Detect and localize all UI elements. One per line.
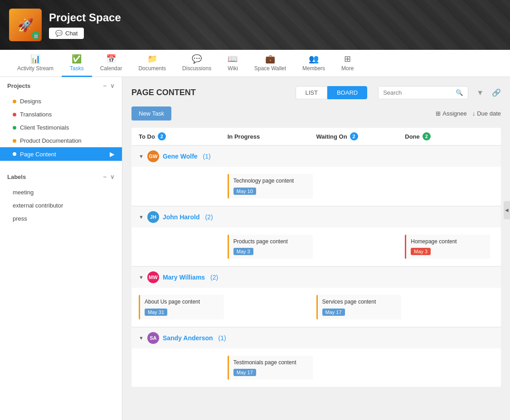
labels-chevron-icon[interactable]: ∨ [110,174,115,180]
wallet-icon: 💼 [265,54,275,64]
assignee-sandy-anderson[interactable]: ▼ SA Sandy Anderson (1) [131,327,501,348]
gene-wolfe-done-empty [405,172,494,200]
mary-williams-task-1[interactable]: About Us page content May 31 [139,295,224,319]
done-badge: 2 [423,132,431,140]
tasks-icon: ✅ [72,54,82,64]
mary-williams-task-2[interactable]: Services page content May 17 [316,295,402,319]
filter-icon[interactable]: ▼ [476,89,484,97]
col-waiting-on: Waiting On 2 [316,132,405,140]
mary-williams-avatar: MW [147,271,159,283]
mary-williams-task-1-title: About Us page content [145,299,219,306]
assignee-sort[interactable]: ⊞ Assignee [436,110,466,117]
board-view-button[interactable]: BOARD [327,86,367,99]
john-harold-name: John Harold [163,213,200,221]
john-harold-task-2[interactable]: Homepage content May 3 [405,235,490,259]
view-toggles: LIST BOARD [296,86,367,99]
gene-wolfe-chevron: ▼ [139,154,144,159]
wiki-icon: 📖 [228,54,238,64]
search-button[interactable]: 🔍 [451,87,468,99]
mary-williams-task-2-date: May 17 [322,309,345,316]
projects-minus-icon[interactable]: − [103,82,107,89]
assignee-john-harold[interactable]: ▼ JH John Harold (2) [131,206,501,227]
activity-stream-icon: 📊 [30,54,40,64]
sidebar-label-external-contributor[interactable]: external contributor [0,199,122,212]
labels-minus-icon[interactable]: − [103,174,107,180]
john-harold-task-2-title: Homepage content [411,238,486,246]
sidebar-item-product-documentation[interactable]: Product Documentation [0,134,122,147]
nav-members[interactable]: 👥 Members [294,50,333,77]
john-harold-avatar: JH [147,211,159,223]
translations-dot [13,113,16,116]
john-harold-task-2-date: May 3 [411,248,431,255]
mary-williams-name: Mary Williams [163,274,205,281]
sidebar-label-meeting[interactable]: meeting [0,186,122,199]
gene-wolfe-todo-empty [139,172,228,200]
mary-williams-task-1-date: May 31 [145,309,167,316]
nav-documents[interactable]: 📁 Documents [130,50,174,77]
due-date-sort[interactable]: ↓ Due date [472,110,501,117]
gene-wolfe-task-1[interactable]: Technology page content May 10 [228,174,313,198]
gene-wolfe-count: (1) [201,153,211,160]
assignee-gene-wolfe[interactable]: ▼ GW Gene Wolfe (1) [131,145,501,167]
list-view-button[interactable]: LIST [296,86,327,99]
mary-williams-tasks: About Us page content May 31 Services pa… [131,288,501,327]
john-harold-task-1[interactable]: Products page content May 3 [228,235,313,259]
nav-activity-stream[interactable]: 📊 Activity Stream [9,50,62,77]
sandy-anderson-count: (1) [217,334,226,342]
gene-wolfe-avatar: GW [147,150,159,162]
logo-badge: 🤖 [32,31,40,39]
link-icon[interactable]: 🔗 [492,88,501,97]
waiting-badge: 2 [350,132,358,140]
nav-wallet[interactable]: 💼 Space Wallet [246,50,294,77]
mary-williams-task-2-title: Services page content [322,299,397,306]
content-area: PAGE CONTENT LIST BOARD 🔍 ▼ 🔗 New Task ⊞… [122,77,510,420]
search-input[interactable] [379,87,451,99]
main-layout: Projects − ∨ Designs Translations Client… [0,77,510,420]
page-title: PAGE CONTENT [131,88,196,97]
sidebar-item-client-testimonials[interactable]: Client Testimonials [0,121,122,134]
discussions-icon: 💬 [192,54,202,64]
sidebar-collapse-handle[interactable]: ◀ [504,201,510,219]
mary-williams-chevron: ▼ [139,275,144,280]
projects-section-header: Projects − ∨ [0,77,122,95]
header: 🚀 🤖 Project Space 💬 Chat [0,0,510,50]
gene-wolfe-name: Gene Wolfe [163,153,198,160]
assignee-grid-icon: ⊞ [436,110,441,117]
project-title: Project Space [49,11,121,24]
john-harold-task-1-title: Products page content [233,238,308,246]
sandy-anderson-done-empty [405,354,494,382]
more-icon: ⊞ [344,54,351,64]
sandy-anderson-task-1[interactable]: Testimonials page content May 17 [228,356,313,380]
nav-more[interactable]: ⊞ More [333,50,362,77]
john-harold-task-1-date: May 3 [233,248,253,255]
nav-calendar[interactable]: 📅 Calendar [92,50,131,77]
sandy-anderson-waiting-empty [316,354,405,382]
gene-wolfe-task-1-title: Technology page content [233,178,308,185]
search-bar: 🔍 [378,86,468,99]
assignee-mary-williams[interactable]: ▼ MW Mary Williams (2) [131,266,501,288]
sidebar-item-designs[interactable]: Designs [0,95,122,108]
col-done: Done 2 [405,132,494,140]
sandy-anderson-task-1-date: May 17 [233,369,256,376]
product-documentation-dot [13,139,16,143]
nav-tasks[interactable]: ✅ Tasks [62,50,92,77]
gene-wolfe-waiting-empty [316,172,405,200]
chat-button[interactable]: 💬 Chat [49,28,84,39]
sidebar-item-translations[interactable]: Translations [0,108,122,121]
gene-wolfe-tasks: Technology page content May 10 [131,167,501,206]
sidebar-collapse-icon: ◀ [505,208,509,212]
sandy-anderson-tasks: Testimonials page content May 17 [131,348,501,387]
sidebar-item-page-content[interactable]: Page Content ▶ [0,147,122,161]
mary-williams-count: (2) [209,274,218,281]
sandy-anderson-task-1-title: Testimonials page content [233,359,308,367]
mary-williams-done-empty [405,293,494,321]
new-task-button[interactable]: New Task [131,106,171,121]
calendar-icon: 📅 [106,54,116,64]
designs-dot [13,100,16,103]
page-content-arrow: ▶ [110,150,115,158]
projects-chevron-icon[interactable]: ∨ [110,82,115,89]
sidebar-label-press[interactable]: press [0,212,122,225]
sandy-anderson-todo-empty [139,354,228,382]
nav-discussions[interactable]: 💬 Discussions [174,50,219,77]
nav-wiki[interactable]: 📖 Wiki [219,50,246,77]
